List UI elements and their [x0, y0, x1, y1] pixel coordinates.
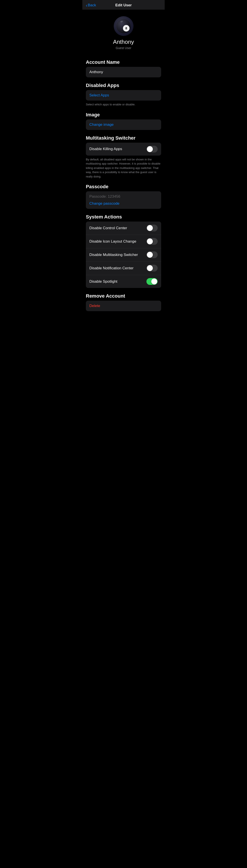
ball-white-circle: 8: [123, 25, 130, 32]
disable-killing-apps-toggle[interactable]: [146, 146, 158, 153]
back-label: Back: [88, 3, 96, 7]
image-section: Image Change image: [86, 112, 161, 130]
avatar-section: 8 Anthony Guest User: [82, 10, 165, 54]
disable-icon-layout-toggle[interactable]: [146, 238, 158, 245]
account-name-input[interactable]: [86, 67, 161, 78]
ball-number: 8: [126, 27, 127, 30]
disabled-apps-description: Select which apps to enable or disable.: [86, 102, 161, 107]
passcode-box: Passcode: 123456 Change passcode: [86, 191, 161, 209]
multitasking-description: By default, all disabled apps will not b…: [86, 157, 161, 179]
user-role: Guest User: [116, 46, 131, 50]
disable-killing-apps-row: Disable Killing Apps: [86, 143, 161, 156]
toggle-track-nc: [146, 265, 158, 272]
disable-multitasking-toggle[interactable]: [146, 251, 158, 258]
passcode-hint: Passcode: 123456: [89, 194, 158, 199]
toggle-track: [146, 146, 158, 153]
disable-killing-apps-label: Disable Killing Apps: [89, 147, 122, 151]
change-image-button[interactable]: Change image: [86, 119, 161, 130]
back-button[interactable]: ‹ Back: [86, 3, 96, 8]
disabled-apps-title: Disabled Apps: [86, 83, 161, 88]
disable-icon-layout-row: Disable Icon Layout Change: [86, 235, 161, 248]
system-actions-toggle-group: Disable Control Center Disable Icon Layo…: [86, 221, 161, 288]
disable-control-center-label: Disable Control Center: [89, 226, 127, 230]
toggle-thumb-nc: [147, 265, 153, 271]
disable-multitasking-row: Disable Multitasking Switcher: [86, 248, 161, 261]
delete-box: Delete: [86, 301, 161, 311]
disable-notification-center-row: Disable Notification Center: [86, 261, 161, 275]
multitasking-title: Multitasking Switcher: [86, 135, 161, 141]
avatar-ball: 8: [116, 19, 131, 33]
toggle-track-sp: [146, 278, 158, 285]
disable-spotlight-label: Disable Spotlight: [89, 279, 117, 284]
remove-account-title: Remove Account: [86, 293, 161, 299]
account-name-section: Account Name: [86, 59, 161, 78]
disable-spotlight-toggle[interactable]: [146, 278, 158, 285]
disable-spotlight-row: Disable Spotlight: [86, 275, 161, 288]
toggle-track-cc: [146, 225, 158, 231]
toggle-track-ilc: [146, 238, 158, 245]
passcode-title: Passcode: [86, 184, 161, 190]
multitasking-toggle-group: Disable Killing Apps: [86, 143, 161, 156]
system-actions-section: System Actions Disable Control Center Di…: [86, 214, 161, 288]
disable-notification-center-toggle[interactable]: [146, 265, 158, 272]
toggle-thumb-ilc: [147, 239, 153, 244]
toggle-thumb: [147, 146, 153, 152]
account-name-title: Account Name: [86, 59, 161, 65]
delete-button[interactable]: Delete: [89, 304, 158, 308]
remove-account-section: Remove Account Delete: [86, 293, 161, 311]
disable-control-center-row: Disable Control Center: [86, 221, 161, 235]
page-title: Edit User: [115, 3, 132, 7]
navigation-header: ‹ Back Edit User: [82, 0, 165, 10]
passcode-section: Passcode Passcode: 123456 Change passcod…: [86, 184, 161, 209]
image-title: Image: [86, 112, 161, 118]
back-chevron-icon: ‹: [86, 3, 87, 8]
toggle-track-ms: [146, 251, 158, 258]
multitasking-switcher-section: Multitasking Switcher Disable Killing Ap…: [86, 135, 161, 179]
disable-control-center-toggle[interactable]: [146, 225, 158, 231]
avatar: 8: [114, 16, 134, 36]
disable-icon-layout-label: Disable Icon Layout Change: [89, 239, 136, 244]
toggle-thumb-cc: [147, 225, 153, 231]
main-content: Account Name Disabled Apps Select Apps S…: [82, 59, 165, 311]
user-name: Anthony: [113, 38, 134, 45]
select-apps-button[interactable]: Select Apps: [86, 90, 161, 101]
disabled-apps-section: Disabled Apps Select Apps Select which a…: [86, 83, 161, 107]
toggle-thumb-sp: [151, 279, 157, 284]
disable-multitasking-label: Disable Multitasking Switcher: [89, 253, 138, 257]
system-actions-title: System Actions: [86, 214, 161, 220]
toggle-thumb-ms: [147, 252, 153, 258]
disable-notification-center-label: Disable Notification Center: [89, 266, 134, 271]
change-passcode-button[interactable]: Change passcode: [89, 202, 158, 206]
